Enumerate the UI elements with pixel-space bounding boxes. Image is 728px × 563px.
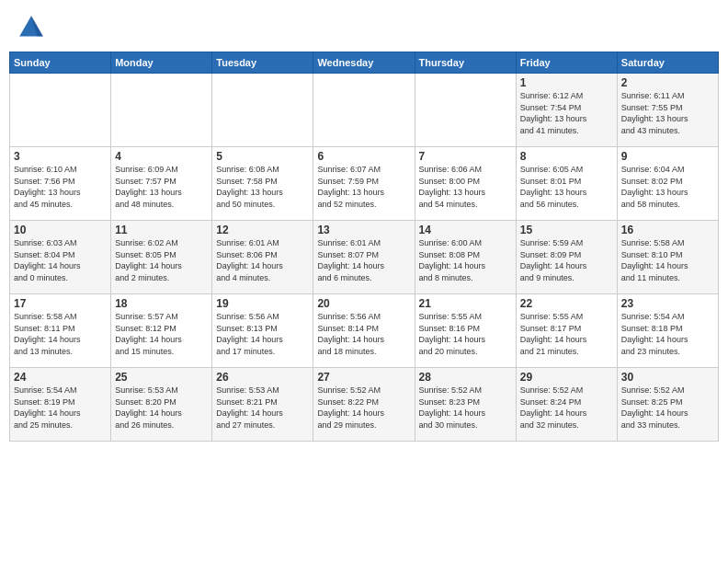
calendar-cell: 3Sunrise: 6:10 AM Sunset: 7:56 PM Daylig… [10,147,111,221]
day-number: 28 [419,371,512,384]
day-info: Sunrise: 5:58 AM Sunset: 8:11 PM Dayligh… [14,311,107,357]
calendar-cell: 29Sunrise: 5:52 AM Sunset: 8:24 PM Dayli… [516,368,617,442]
calendar-cell: 17Sunrise: 5:58 AM Sunset: 8:11 PM Dayli… [10,294,111,368]
day-info: Sunrise: 5:52 AM Sunset: 8:23 PM Dayligh… [419,385,512,431]
calendar-cell: 27Sunrise: 5:52 AM Sunset: 8:22 PM Dayli… [313,368,415,442]
calendar-cell: 8Sunrise: 6:05 AM Sunset: 8:01 PM Daylig… [516,147,617,221]
day-info: Sunrise: 6:07 AM Sunset: 7:59 PM Dayligh… [317,164,410,210]
day-info: Sunrise: 5:52 AM Sunset: 8:22 PM Dayligh… [317,385,410,431]
day-info: Sunrise: 6:02 AM Sunset: 8:05 PM Dayligh… [115,237,208,283]
day-info: Sunrise: 5:56 AM Sunset: 8:14 PM Dayligh… [317,311,410,357]
day-info: Sunrise: 5:52 AM Sunset: 8:25 PM Dayligh… [621,385,714,431]
calendar-cell: 9Sunrise: 6:04 AM Sunset: 8:02 PM Daylig… [617,147,718,221]
day-number: 1 [520,76,613,89]
calendar-cell: 20Sunrise: 5:56 AM Sunset: 8:14 PM Dayli… [313,294,415,368]
calendar-week-2: 3Sunrise: 6:10 AM Sunset: 7:56 PM Daylig… [10,147,719,221]
calendar-cell: 22Sunrise: 5:55 AM Sunset: 8:17 PM Dayli… [516,294,617,368]
calendar-cell [313,74,415,147]
day-number: 9 [621,150,714,163]
calendar-cell: 26Sunrise: 5:53 AM Sunset: 8:21 PM Dayli… [212,368,313,442]
day-info: Sunrise: 5:55 AM Sunset: 8:17 PM Dayligh… [520,311,613,357]
calendar-cell: 12Sunrise: 6:01 AM Sunset: 8:06 PM Dayli… [212,221,313,294]
day-number: 26 [216,371,309,384]
day-number: 10 [14,224,107,236]
day-info: Sunrise: 5:59 AM Sunset: 8:09 PM Dayligh… [520,237,613,283]
day-info: Sunrise: 6:11 AM Sunset: 7:55 PM Dayligh… [621,90,714,136]
calendar-week-3: 10Sunrise: 6:03 AM Sunset: 8:04 PM Dayli… [10,221,719,294]
calendar-cell: 28Sunrise: 5:52 AM Sunset: 8:23 PM Dayli… [415,368,516,442]
calendar-header-row: SundayMondayTuesdayWednesdayThursdayFrid… [10,52,719,74]
day-info: Sunrise: 6:00 AM Sunset: 8:08 PM Dayligh… [419,237,512,283]
day-info: Sunrise: 6:01 AM Sunset: 8:06 PM Dayligh… [216,237,309,283]
calendar-table: SundayMondayTuesdayWednesdayThursdayFrid… [9,52,719,442]
calendar-cell: 14Sunrise: 6:00 AM Sunset: 8:08 PM Dayli… [415,221,516,294]
calendar-cell: 10Sunrise: 6:03 AM Sunset: 8:04 PM Dayli… [10,221,111,294]
calendar-cell: 30Sunrise: 5:52 AM Sunset: 8:25 PM Dayli… [617,368,718,442]
logo [17,13,50,42]
day-number: 12 [216,224,309,236]
calendar-cell: 13Sunrise: 6:01 AM Sunset: 8:07 PM Dayli… [313,221,415,294]
day-number: 20 [317,297,410,310]
day-number: 23 [621,297,714,310]
day-number: 13 [317,224,410,236]
day-number: 27 [317,371,410,384]
day-info: Sunrise: 6:06 AM Sunset: 8:00 PM Dayligh… [419,164,512,210]
calendar-cell: 16Sunrise: 5:58 AM Sunset: 8:10 PM Dayli… [617,221,718,294]
day-info: Sunrise: 6:10 AM Sunset: 7:56 PM Dayligh… [14,164,107,210]
day-number: 19 [216,297,309,310]
day-info: Sunrise: 5:52 AM Sunset: 8:24 PM Dayligh… [520,385,613,431]
calendar-week-1: 1Sunrise: 6:12 AM Sunset: 7:54 PM Daylig… [10,74,719,147]
day-info: Sunrise: 6:09 AM Sunset: 7:57 PM Dayligh… [115,164,208,210]
day-number: 25 [115,371,208,384]
day-info: Sunrise: 6:12 AM Sunset: 7:54 PM Dayligh… [520,90,613,136]
calendar-cell: 24Sunrise: 5:54 AM Sunset: 8:19 PM Dayli… [10,368,111,442]
calendar-cell: 18Sunrise: 5:57 AM Sunset: 8:12 PM Dayli… [111,294,212,368]
day-number: 16 [621,224,714,236]
day-info: Sunrise: 5:56 AM Sunset: 8:13 PM Dayligh… [216,311,309,357]
calendar-cell [10,74,111,147]
column-header-wednesday: Wednesday [313,52,415,74]
day-info: Sunrise: 6:05 AM Sunset: 8:01 PM Dayligh… [520,164,613,210]
day-number: 4 [115,150,208,163]
day-number: 7 [419,150,512,163]
day-info: Sunrise: 5:54 AM Sunset: 8:19 PM Dayligh… [14,385,107,431]
calendar-cell: 2Sunrise: 6:11 AM Sunset: 7:55 PM Daylig… [617,74,718,147]
day-info: Sunrise: 5:53 AM Sunset: 8:21 PM Dayligh… [216,385,309,431]
day-number: 24 [14,371,107,384]
logo-icon [17,13,46,42]
day-number: 6 [317,150,410,163]
calendar-cell: 15Sunrise: 5:59 AM Sunset: 8:09 PM Dayli… [516,221,617,294]
column-header-tuesday: Tuesday [212,52,313,74]
calendar-cell [415,74,516,147]
day-number: 30 [621,371,714,384]
day-info: Sunrise: 5:53 AM Sunset: 8:20 PM Dayligh… [115,385,208,431]
day-number: 8 [520,150,613,163]
day-number: 17 [14,297,107,310]
day-number: 18 [115,297,208,310]
day-number: 29 [520,371,613,384]
day-number: 3 [14,150,107,163]
day-number: 21 [419,297,512,310]
day-number: 5 [216,150,309,163]
calendar-cell [111,74,212,147]
day-number: 14 [419,224,512,236]
column-header-thursday: Thursday [415,52,516,74]
day-info: Sunrise: 5:58 AM Sunset: 8:10 PM Dayligh… [621,237,714,283]
day-number: 15 [520,224,613,236]
calendar-cell: 19Sunrise: 5:56 AM Sunset: 8:13 PM Dayli… [212,294,313,368]
column-header-saturday: Saturday [617,52,718,74]
column-header-monday: Monday [111,52,212,74]
calendar-week-4: 17Sunrise: 5:58 AM Sunset: 8:11 PM Dayli… [10,294,719,368]
day-info: Sunrise: 5:57 AM Sunset: 8:12 PM Dayligh… [115,311,208,357]
calendar-cell: 6Sunrise: 6:07 AM Sunset: 7:59 PM Daylig… [313,147,415,221]
day-number: 2 [621,76,714,89]
day-info: Sunrise: 6:04 AM Sunset: 8:02 PM Dayligh… [621,164,714,210]
page-header [9,9,719,46]
day-info: Sunrise: 6:03 AM Sunset: 8:04 PM Dayligh… [14,237,107,283]
calendar-cell: 23Sunrise: 5:54 AM Sunset: 8:18 PM Dayli… [617,294,718,368]
day-info: Sunrise: 6:01 AM Sunset: 8:07 PM Dayligh… [317,237,410,283]
day-info: Sunrise: 6:08 AM Sunset: 7:58 PM Dayligh… [216,164,309,210]
calendar-week-5: 24Sunrise: 5:54 AM Sunset: 8:19 PM Dayli… [10,368,719,442]
calendar-cell: 5Sunrise: 6:08 AM Sunset: 7:58 PM Daylig… [212,147,313,221]
day-number: 22 [520,297,613,310]
